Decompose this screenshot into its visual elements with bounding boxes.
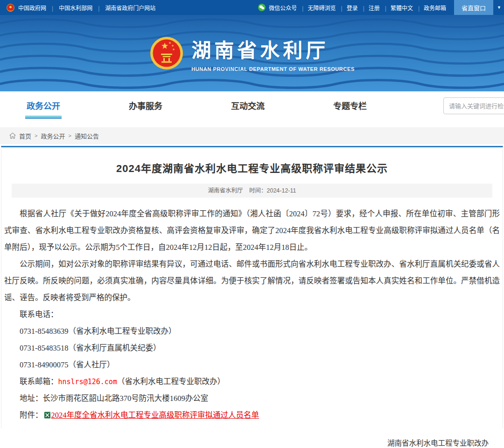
topbar-left-links: 中国政府网 中国水利部网 湖南省政府门户网站 [7,0,160,15]
link-traditional-chinese[interactable]: 繁體中文 [381,4,413,12]
attachment-link[interactable]: 2024年度全省水利水电工程专业高级职称评审拟通过人员名单 [51,411,259,420]
main-navigation: 政务公开 办事服务 互动交流 专题专栏 [0,91,504,126]
national-emblem-mini-icon [7,4,14,12]
breadcrumb-notices: 通知公告 [75,131,99,140]
link-accessibility[interactable]: 无障碍浏览 [298,4,336,12]
link-china-gov[interactable]: 中国政府网 [18,4,46,12]
article-meta-bar: 湖南省水利厅 时间：2024-12-11 [12,184,492,198]
phone-line: 0731-85483518（省水利厅直属机关纪委） [4,340,500,357]
email-suffix: （省水利水电工程专业职改办） [117,377,225,386]
nav-tab-special-columns[interactable]: 专题专栏 [333,99,367,111]
home-icon [9,132,16,139]
excel-file-icon [44,412,51,419]
link-login[interactable]: 登录 [337,4,358,12]
search-input[interactable] [443,97,504,114]
attachment-line: 附件：2024年度全省水利水电工程专业高级职称评审拟通过人员名单 [4,407,500,424]
paragraph: 根据省人社厅《关于做好2024年度全省高级职称评审工作的通知》（湘人社函〔202… [4,206,500,256]
site-title-block: 湖南省水利厅 HUNAN PROVINCIAL DEPARTMENT OF WA… [191,34,355,72]
site-name: 湖南省水利厅 [191,34,355,63]
topbar-right-links: 微信公众号 无障碍浏览 登录 注册 繁體中文 政务邮箱 省直窗口 ▼ [258,0,504,15]
signature-office: 湖南省水利水电工程专业职改办 [4,435,489,448]
article-title: 2024年度湖南省水利水电工程专业高级职称评审结果公示 [1,147,503,184]
link-hunan-gov-portal[interactable]: 湖南省政府门户网站 [97,4,155,12]
breadcrumb-government-affairs[interactable]: 政务公开 [41,131,65,140]
breadcrumb-home[interactable]: 首页 [19,131,31,140]
site-name-english: HUNAN PROVINCIAL DEPARTMENT OF WATER RES… [191,66,355,72]
contact-heading: 联系电话： [4,306,500,323]
email-line: 联系邮箱：hnslrs@126.com（省水利水电工程专业职改办） [4,373,500,390]
top-utility-bar: 中国政府网 中国水利部网 湖南省政府门户网站 微信公众号 无障碍浏览 登录 注册… [0,0,504,15]
article-card: 2024年度湖南省水利水电工程专业高级职称评审结果公示 湖南省水利厅 时间：20… [1,146,503,428]
paragraph: 公示期间，如对公示对象的职称评审结果有异议，可通过电话、邮件或书面形式向省水利水… [4,256,500,306]
signature-block: 湖南省水利水电工程专业职改办 2024年12月11日 [4,435,500,448]
site-banner: 湖南省水利厅 HUNAN PROVINCIAL DEPARTMENT OF WA… [0,15,504,91]
province-window-selector[interactable]: 省直窗口 [454,0,493,15]
article-date: 时间：2024-12-11 [249,187,296,194]
link-gov-mail[interactable]: 政务邮箱 [414,4,446,12]
email-link[interactable]: hnslrs@126.com [58,378,117,386]
link-mwr-china[interactable]: 中国水利部网 [51,4,92,12]
breadcrumb-separator: > [68,133,71,138]
breadcrumb: 首页 > 政务公开 > 通知公告 [0,127,504,144]
wechat-icon [258,4,266,11]
article-body: 根据省人社厅《关于做好2024年度全省高级职称评审工作的通知》（湘人社函〔202… [1,198,503,448]
address-line: 地址：长沙市雨花区韶山北路370号防汛大楼1609办公室 [4,390,500,407]
phone-line: 0731-84900075（省人社厅） [4,357,500,373]
link-register[interactable]: 注册 [359,4,380,12]
phone-line: 0731-85483639（省水利水电工程专业职改办） [4,323,500,340]
chevron-down-icon[interactable]: ▼ [493,5,504,10]
attachment-label: 附件： [20,411,43,420]
site-logo-group[interactable]: 湖南省水利厅 HUNAN PROVINCIAL DEPARTMENT OF WA… [0,15,504,91]
breadcrumb-separator: > [35,133,37,138]
national-emblem-icon [149,36,184,70]
nav-tab-government-affairs[interactable]: 政务公开 [27,99,60,111]
link-wechat-official[interactable]: 微信公众号 [269,4,297,12]
nav-tab-services[interactable]: 办事服务 [129,99,162,111]
nav-tab-interaction[interactable]: 互动交流 [231,99,265,111]
article-source: 湖南省水利厅 [208,187,243,194]
email-label: 联系邮箱： [20,377,58,386]
